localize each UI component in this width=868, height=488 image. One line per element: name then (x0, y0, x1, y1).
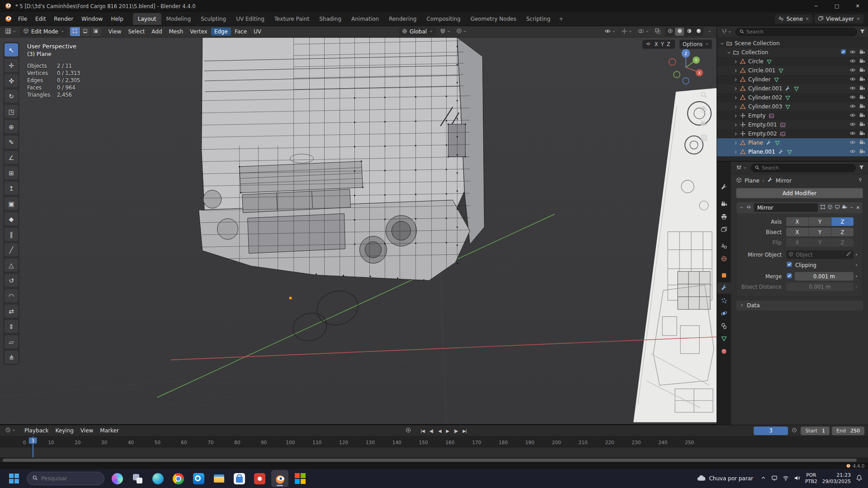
filter-icon[interactable] (859, 28, 865, 36)
gizmos-dropdown[interactable] (620, 27, 634, 36)
outliner-item-cylinder[interactable]: Cylinder (717, 75, 868, 84)
frame-ruler[interactable]: 0102030405060708090100110120130140150160… (0, 436, 868, 447)
viewport-menu-vertex[interactable]: Vertex (187, 28, 211, 36)
workspace-tab-animation[interactable]: Animation (346, 13, 384, 25)
app-copilot[interactable] (108, 470, 126, 487)
face-select-button[interactable] (91, 27, 101, 36)
jump-to-start-button[interactable]: |◀ (419, 427, 426, 434)
outliner-item-empty-001[interactable]: Empty.001 (717, 120, 868, 129)
workspace-tab-scripting[interactable]: Scripting (521, 13, 555, 25)
editor-type-button[interactable] (720, 28, 733, 37)
hide-in-viewport-icon[interactable] (849, 103, 856, 111)
menu-edit[interactable]: Edit (31, 14, 50, 23)
camera-view-icon[interactable] (700, 120, 708, 129)
minimize-button[interactable]: ─ (806, 0, 826, 12)
tab-physics[interactable] (717, 308, 731, 319)
vertex-select-button[interactable] (70, 27, 80, 36)
tool-scale[interactable]: ◳ (5, 105, 18, 118)
taskbar-search[interactable] (27, 472, 104, 485)
show-object-types-dropdown[interactable] (603, 27, 617, 36)
network-tray-icon[interactable] (783, 475, 789, 483)
overlays-dropdown[interactable] (637, 27, 651, 36)
menu-help[interactable]: Help (107, 14, 127, 23)
shading-rendered-button[interactable] (694, 28, 703, 36)
outliner-item-plane-001[interactable]: Plane.001 (717, 147, 868, 156)
realtime-toggle-icon[interactable] (835, 204, 840, 211)
expand-icon[interactable] (733, 113, 738, 118)
timeline-ruler-area[interactable]: 0102030405060708090100110120130140150160… (0, 436, 868, 463)
collapse-icon[interactable] (720, 41, 725, 46)
blender-menu-icon[interactable] (5, 14, 12, 23)
tab-object-data[interactable] (717, 333, 731, 344)
tab-material[interactable] (717, 346, 731, 357)
app-file-explorer[interactable] (210, 470, 227, 487)
menu-file[interactable]: File (14, 14, 31, 23)
filter-icon[interactable] (859, 164, 864, 172)
expand-icon[interactable] (733, 77, 738, 82)
breadcrumb-modifier[interactable]: Mirror (776, 178, 792, 184)
editor-type-button[interactable] (735, 164, 748, 173)
expand-icon[interactable] (733, 122, 738, 127)
tool-poly-build[interactable]: △ (5, 258, 18, 272)
render-toggle-icon[interactable] (842, 204, 847, 211)
app-blender[interactable] (271, 470, 288, 487)
scene-selector[interactable]: Scene (775, 14, 812, 23)
breadcrumb-object[interactable]: Plane (745, 178, 760, 184)
volume-tray-icon[interactable] (794, 475, 800, 483)
editor-type-button[interactable] (4, 426, 17, 435)
outliner-search-input[interactable] (746, 29, 854, 35)
modifier-name-field[interactable]: Mirror (754, 203, 818, 212)
hide-in-viewport-icon[interactable] (849, 112, 856, 120)
workspace-tab-compositing[interactable]: Compositing (421, 13, 465, 25)
viewport-menu-edge[interactable]: Edge (211, 28, 231, 36)
outliner-item-empty-002[interactable]: Empty.002 (717, 129, 868, 138)
hide-in-viewport-icon[interactable] (849, 67, 856, 75)
tool-edge-slide[interactable]: ⇄ (5, 305, 18, 318)
start-button[interactable] (5, 470, 23, 487)
app-task-view[interactable] (129, 470, 146, 487)
outliner-item-scene-collection[interactable]: Scene Collection (717, 39, 868, 48)
gizmo-y-axis[interactable]: Y (695, 59, 698, 63)
workspace-tab-texture-paint[interactable]: Texture Paint (269, 13, 314, 25)
jump-to-end-button[interactable]: ▶| (461, 427, 468, 434)
disable-in-renders-icon[interactable] (859, 94, 865, 102)
snap-toggle[interactable] (439, 27, 452, 36)
viewport-menu-face[interactable]: Face (231, 28, 250, 36)
close-button[interactable]: ✕ (847, 0, 868, 12)
play-button[interactable]: ▶ (444, 427, 451, 434)
workspace-tab-uv-editing[interactable]: UV Editing (231, 13, 269, 25)
expand-icon[interactable] (733, 59, 738, 64)
view-layer-selector[interactable]: ViewLayer (815, 14, 863, 23)
play-reverse-button[interactable]: ◀ (436, 427, 443, 434)
disable-in-renders-icon[interactable] (859, 85, 865, 93)
clipping-checkbox[interactable] (786, 261, 793, 269)
modifier-panel-header[interactable]: Mirror ✕ (736, 202, 863, 213)
edit-mode-toggle-icon[interactable] (827, 204, 833, 211)
outliner-item-plane[interactable]: Plane (717, 138, 868, 147)
collapse-icon[interactable] (739, 205, 744, 211)
hide-in-viewport-icon[interactable] (849, 130, 856, 138)
editor-type-button[interactable] (4, 27, 18, 36)
timeline-menu-keying[interactable]: Keying (52, 427, 77, 435)
tool-move[interactable]: ✜ (5, 74, 18, 87)
workspace-tab-layout[interactable]: Layout (133, 13, 161, 25)
app-chrome[interactable] (170, 470, 187, 487)
hide-in-viewport-icon[interactable] (849, 49, 856, 56)
outliner-item-cylinder-003[interactable]: Cylinder.003 (717, 102, 868, 111)
timeline-menu-marker[interactable]: Marker (97, 427, 122, 435)
shading-material-button[interactable] (684, 28, 693, 36)
auto-keying-toggle[interactable] (404, 426, 413, 435)
collection-checkbox[interactable] (840, 49, 846, 56)
tab-scene[interactable] (717, 240, 731, 252)
tool-annotate[interactable]: ✎ (5, 136, 18, 149)
on-cage-toggle-icon[interactable] (820, 204, 826, 211)
disable-in-renders-icon[interactable] (859, 112, 865, 120)
outliner-item-collection[interactable]: Collection (717, 48, 868, 57)
pin-icon[interactable] (858, 177, 863, 184)
app-store[interactable] (231, 470, 248, 487)
start-frame-field[interactable]: Start1 (801, 427, 830, 435)
disable-in-renders-icon[interactable] (859, 130, 865, 138)
hide-in-viewport-icon[interactable] (849, 139, 856, 147)
tool-shear[interactable]: ▱ (5, 335, 18, 348)
mirror-axis-z-toggle[interactable]: Z (831, 217, 854, 226)
